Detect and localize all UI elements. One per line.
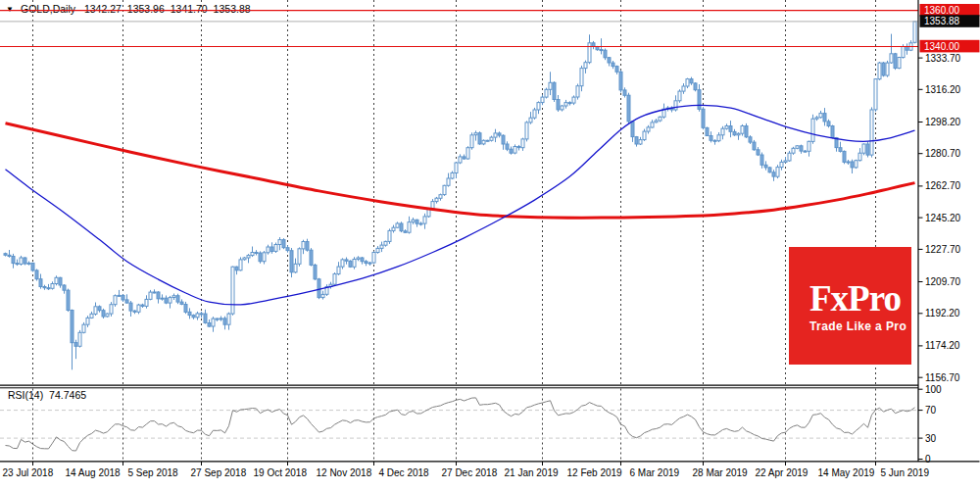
candle xyxy=(274,243,277,254)
candle xyxy=(443,185,446,196)
candle xyxy=(572,95,575,105)
horizontal-price-lines[interactable] xyxy=(0,11,918,47)
price-tick-label: 1262.70 xyxy=(925,180,961,191)
candle xyxy=(608,57,611,66)
candle xyxy=(913,22,916,44)
candle xyxy=(216,318,219,321)
candle xyxy=(349,260,352,268)
candle xyxy=(651,120,654,127)
candle xyxy=(772,170,775,181)
candle xyxy=(247,254,250,263)
candle xyxy=(894,53,897,70)
candle xyxy=(423,214,426,229)
date-label: 14 May 2019 xyxy=(818,467,875,478)
rsi-tick-label: 30 xyxy=(925,433,937,444)
price-tick-label: 1174.20 xyxy=(925,340,960,351)
candle xyxy=(239,257,242,270)
candle xyxy=(169,296,172,309)
price-tick-label: 1333.70 xyxy=(925,53,961,64)
symbol-dropdown-icon[interactable]: ▼ xyxy=(6,5,14,14)
ohlc-high: 1353.96 xyxy=(127,3,165,15)
candle xyxy=(784,157,787,164)
candle xyxy=(619,71,622,93)
candle xyxy=(459,154,462,164)
candle xyxy=(639,137,642,145)
candle xyxy=(486,140,489,142)
candle xyxy=(333,272,336,286)
candle xyxy=(545,88,548,99)
candle xyxy=(866,142,869,158)
date-label: 5 Sep 2018 xyxy=(128,467,179,478)
candle xyxy=(149,290,152,300)
candle xyxy=(800,145,803,154)
candle xyxy=(855,160,858,169)
candle xyxy=(878,62,881,80)
current-price-badge-label: 1353.88 xyxy=(924,16,960,26)
date-label: 28 Mar 2019 xyxy=(693,467,749,478)
candle xyxy=(694,82,697,91)
candle xyxy=(122,294,124,302)
candle xyxy=(106,313,109,317)
candle xyxy=(510,147,513,155)
candle xyxy=(819,111,822,119)
candle xyxy=(858,148,861,162)
candle xyxy=(698,84,701,112)
candle xyxy=(815,116,818,121)
candle xyxy=(553,81,556,102)
candle xyxy=(478,131,481,145)
candle xyxy=(172,294,175,301)
candle xyxy=(831,125,834,139)
candle xyxy=(682,83,685,94)
symbol-info: ▼ GOLD,Daily 1342.27 1353.96 1341.70 135… xyxy=(6,3,251,15)
candle xyxy=(506,141,509,151)
candle xyxy=(733,129,736,136)
date-label: 23 Jul 2018 xyxy=(3,467,54,478)
candle xyxy=(760,153,763,169)
candle xyxy=(153,289,156,293)
price-line-badge-1360: 1360.00 xyxy=(920,4,980,17)
candle xyxy=(298,247,301,266)
candle xyxy=(282,238,285,249)
candle xyxy=(412,218,415,224)
candle xyxy=(788,151,791,162)
candle xyxy=(302,240,305,255)
candle xyxy=(145,295,148,308)
candle xyxy=(294,259,297,273)
candle xyxy=(43,285,46,290)
chart-canvas[interactable]: ▼ GOLD,Daily 1342.27 1353.96 1341.70 135… xyxy=(0,0,980,490)
candle xyxy=(435,197,438,204)
candle xyxy=(870,107,873,157)
candle xyxy=(212,317,215,332)
candle xyxy=(419,221,422,225)
price-tick-label: 1227.70 xyxy=(925,244,961,255)
rsi-tick-label: 100 xyxy=(925,384,942,395)
candle xyxy=(811,115,814,144)
candle xyxy=(635,136,638,147)
candle xyxy=(141,304,144,308)
rsi-indicator-label: RSI(14) 74.7465 xyxy=(8,389,86,401)
candle xyxy=(118,290,121,297)
candle xyxy=(400,221,403,232)
candle xyxy=(110,302,113,317)
price-badges: 1360.00 1353.88 1340.00 xyxy=(920,4,980,52)
candle xyxy=(514,144,516,154)
rsi-tick-label: 70 xyxy=(925,405,937,416)
candle xyxy=(561,105,564,112)
candle xyxy=(365,260,368,266)
candle xyxy=(368,262,371,266)
candle xyxy=(804,150,807,153)
candle xyxy=(137,304,140,315)
candle xyxy=(251,247,254,258)
candle xyxy=(490,136,493,142)
candle xyxy=(674,95,677,111)
candle xyxy=(329,282,332,289)
rsi-title: RSI(14) xyxy=(8,389,43,401)
date-label: 14 Aug 2018 xyxy=(66,467,122,478)
candle xyxy=(447,173,450,187)
candle xyxy=(882,62,885,76)
candle xyxy=(749,135,752,144)
candle xyxy=(729,121,732,137)
candle xyxy=(451,172,454,180)
rsi-current-value: 74.7465 xyxy=(49,389,86,401)
candle xyxy=(529,112,532,124)
